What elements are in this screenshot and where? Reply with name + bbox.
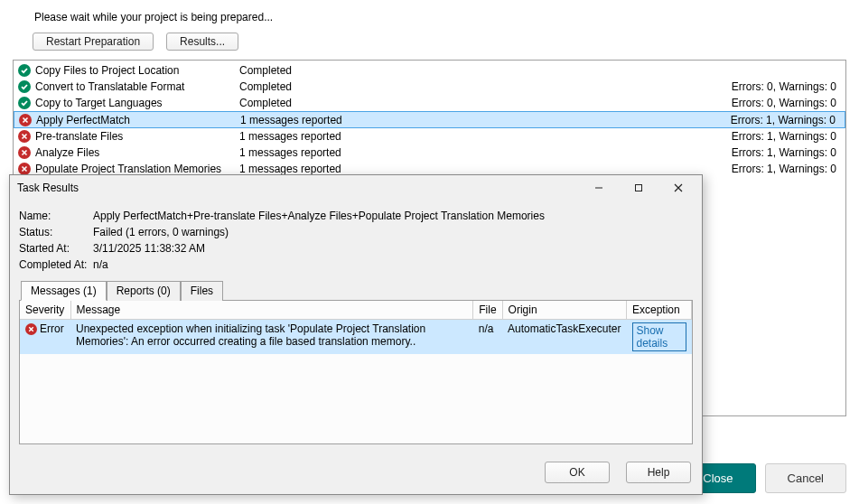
task-row[interactable]: Copy Files to Project LocationCompleted	[14, 62, 845, 79]
cell-message: Unexpected exception when initializing t…	[70, 320, 473, 355]
started-value: 3/11/2025 11:38:32 AM	[93, 240, 205, 257]
messages-table: Severity Message File Origin Exception E…	[20, 301, 692, 354]
task-name: Copy to Target Languages	[35, 97, 239, 109]
task-row[interactable]: Apply PerfectMatch1 messages reportedErr…	[14, 111, 845, 128]
task-status: Completed	[239, 64, 836, 77]
task-stats: Errors: 1, Warnings: 0	[732, 163, 842, 175]
task-results-dialog: Task Results Name:Apply PerfectMatch+Pre…	[9, 174, 703, 495]
col-message[interactable]: Message	[70, 301, 473, 320]
tab-strip: Messages (1) Reports (0) Files	[19, 280, 693, 300]
task-name: Convert to Translatable Format	[35, 80, 239, 93]
help-button[interactable]: Help	[626, 462, 691, 483]
ok-button[interactable]: OK	[545, 462, 610, 483]
status-icon	[18, 64, 31, 77]
message-row[interactable]: Error Unexpected exception when initiali…	[20, 320, 692, 355]
task-status: 1 messages reported	[239, 130, 732, 143]
toolbar: Restart Preparation Results...	[33, 33, 846, 51]
status-icon	[18, 163, 31, 175]
task-stats: Errors: 1, Warnings: 0	[732, 130, 842, 143]
started-label: Started At:	[19, 240, 93, 257]
task-stats: Errors: 1, Warnings: 0	[732, 146, 842, 159]
tab-files[interactable]: Files	[181, 281, 223, 301]
cell-file: n/a	[473, 320, 502, 355]
task-status: 1 messages reported	[239, 146, 732, 159]
restart-preparation-button[interactable]: Restart Preparation	[33, 33, 154, 51]
results-button[interactable]: Results...	[166, 33, 238, 51]
error-icon	[18, 146, 31, 159]
name-value: Apply PerfectMatch+Pre-translate Files+A…	[93, 208, 545, 224]
dialog-title: Task Results	[17, 182, 579, 194]
error-icon	[18, 130, 31, 143]
wait-message: Please wait while your project is being …	[34, 11, 846, 23]
task-name: Pre-translate Files	[35, 130, 239, 143]
task-status: 1 messages reported	[239, 163, 732, 175]
task-row[interactable]: Analyze Files1 messages reportedErrors: …	[14, 145, 845, 161]
task-name: Populate Project Translation Memories	[35, 163, 239, 175]
success-icon	[18, 80, 31, 93]
col-file[interactable]: File	[473, 301, 502, 320]
main-footer: Close Cancel	[680, 463, 846, 493]
task-row[interactable]: Convert to Translatable FormatCompletedE…	[14, 79, 845, 95]
task-stats: Errors: 0, Warnings: 0	[732, 80, 842, 93]
dialog-titlebar: Task Results	[10, 175, 702, 201]
task-row[interactable]: Copy to Target LanguagesCompletedErrors:…	[14, 95, 845, 111]
status-icon	[18, 97, 31, 109]
task-name: Apply PerfectMatch	[36, 114, 240, 126]
task-row[interactable]: Pre-translate Files1 messages reportedEr…	[14, 128, 845, 145]
status-label: Status:	[19, 224, 93, 240]
window-close-button[interactable]	[658, 175, 698, 201]
error-icon	[19, 114, 32, 126]
status-icon	[18, 146, 31, 159]
col-severity[interactable]: Severity	[20, 301, 70, 320]
success-icon	[18, 97, 31, 109]
tab-messages[interactable]: Messages (1)	[21, 281, 107, 301]
table-header-row: Severity Message File Origin Exception	[20, 301, 692, 320]
dialog-body: Name:Apply PerfectMatch+Pre-translate Fi…	[10, 201, 702, 450]
show-details-link[interactable]: Show details	[632, 322, 686, 351]
cancel-button[interactable]: Cancel	[765, 463, 846, 493]
task-name: Analyze Files	[35, 146, 239, 159]
dialog-footer: OK Help	[10, 453, 702, 494]
status-icon	[19, 114, 32, 126]
window-minimize-button[interactable]	[579, 175, 619, 201]
task-status: Completed	[239, 97, 732, 109]
col-exception[interactable]: Exception	[627, 301, 692, 320]
status-icon	[18, 130, 31, 143]
error-icon	[25, 323, 37, 335]
severity-text: Error	[40, 322, 64, 335]
status-value: Failed (1 errors, 0 warnings)	[93, 224, 229, 240]
name-label: Name:	[19, 208, 93, 224]
window-maximize-button[interactable]	[619, 175, 658, 201]
cell-severity: Error	[20, 320, 70, 355]
messages-pane: Severity Message File Origin Exception E…	[19, 300, 693, 444]
success-icon	[18, 64, 31, 77]
cell-exception: Show details	[627, 320, 692, 355]
col-origin[interactable]: Origin	[502, 301, 626, 320]
error-icon	[18, 163, 31, 175]
task-status: Completed	[239, 80, 732, 93]
tab-reports[interactable]: Reports (0)	[107, 281, 181, 301]
task-status: 1 messages reported	[240, 114, 731, 126]
cell-origin: AutomaticTaskExecuter	[502, 320, 626, 355]
status-icon	[18, 80, 31, 93]
completed-label: Completed At:	[19, 257, 93, 273]
task-stats: Errors: 1, Warnings: 0	[731, 114, 841, 126]
completed-value: n/a	[93, 257, 108, 273]
task-stats: Errors: 0, Warnings: 0	[732, 97, 842, 109]
svg-rect-0	[636, 185, 642, 191]
task-name: Copy Files to Project Location	[35, 64, 239, 77]
